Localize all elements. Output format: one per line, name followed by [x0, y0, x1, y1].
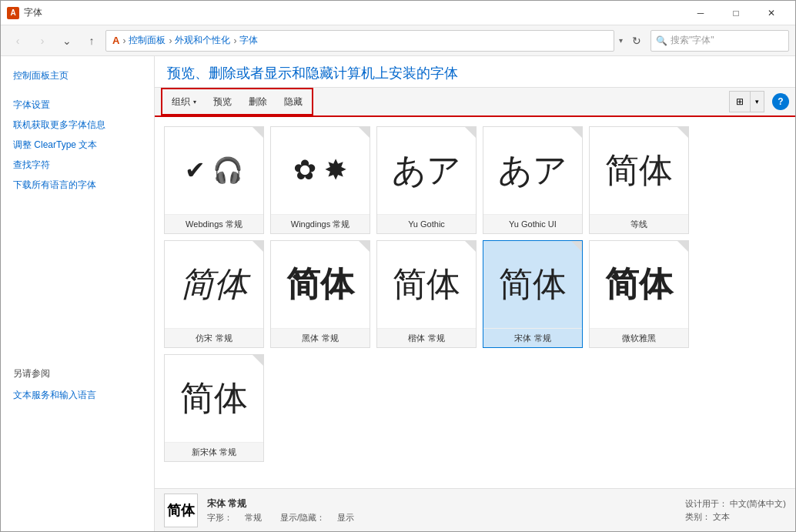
font-name-kaiti: 楷体 常规	[377, 329, 476, 347]
dropdown-chevron: ▾	[619, 36, 623, 45]
view-controls: ⊞ ▾	[729, 91, 764, 112]
preview-button[interactable]: 预览	[206, 91, 239, 112]
designed-for-row: 设计用于： 中文(简体中文)	[685, 498, 786, 510]
sidebar-item-cleartype[interactable]: 调整 ClearType 文本	[1, 135, 154, 155]
font-name-songti: 宋体 常规	[483, 329, 582, 347]
search-placeholder: 搜索"字体"	[671, 34, 714, 47]
breadcrumb[interactable]: A › 控制面板 › 外观和个性化 › 字体	[105, 30, 614, 52]
maximize-button[interactable]: □	[718, 1, 754, 25]
back-button[interactable]: ‹	[7, 30, 28, 52]
see-also-title: 另请参阅	[13, 367, 142, 380]
sidebar-item-text-services[interactable]: 文本服务和输入语言	[13, 385, 142, 405]
breadcrumb-sep: ›	[122, 35, 125, 46]
font-card-xinsongti[interactable]: 简体 新宋体 常规	[164, 354, 264, 462]
font-card-webdings[interactable]: ✔ 🎧 Webdings 常规	[164, 126, 264, 234]
font-card-heiti[interactable]: 简体 黑体 常规	[270, 240, 370, 348]
toolbar-outlined-group: 组织 ▾ 预览 删除 隐藏	[161, 88, 313, 115]
font-name-yugothic: Yu Gothic	[377, 215, 476, 233]
status-bar: 简体 宋体 常规 字形： 常规 显示/隐藏： 显示 设计用于： 中文(简体中文)	[155, 488, 795, 531]
minimize-button[interactable]: ─	[683, 1, 718, 25]
font-preview-dengtian: 简体	[590, 127, 688, 215]
app-window: A 字体 ─ □ ✕ ‹ › ⌄ ↑ A › 控制面板 › 外观和个性化 › 字…	[0, 0, 796, 532]
font-card-songti[interactable]: 简体 宋体 常规	[483, 240, 583, 348]
font-preview-yugothic-ui: あア	[483, 127, 582, 215]
designed-for-label: 设计用于：	[685, 499, 727, 508]
search-icon: 🔍	[656, 35, 667, 46]
breadcrumb-item-3[interactable]: 字体	[239, 34, 258, 47]
font-card-msyahei[interactable]: 简体 微软雅黑	[589, 240, 689, 348]
breadcrumb-item-2[interactable]: 外观和个性化	[175, 34, 230, 47]
up-button[interactable]: ↑	[81, 30, 102, 52]
sidebar-item-font-settings[interactable]: 字体设置	[1, 95, 154, 115]
view-dropdown-button[interactable]: ▾	[751, 91, 764, 112]
font-preview-yugothic: あア	[377, 127, 476, 215]
search-box[interactable]: 🔍 搜索"字体"	[651, 30, 789, 52]
page-title: 预览、删除或者显示和隐藏计算机上安装的字体	[155, 56, 795, 88]
font-grid: ✔ 🎧 Webdings 常规 ✿ ✸ Wingdings 常规	[155, 117, 795, 471]
content-area: 预览、删除或者显示和隐藏计算机上安装的字体 组织 ▾ 预览 删除 隐藏 ⊞	[155, 56, 795, 531]
font-preview-msyahei: 简体	[590, 241, 688, 329]
breadcrumb-sep: ›	[169, 35, 172, 46]
designed-for-value: 中文(简体中文)	[730, 499, 786, 508]
visibility-value: 显示	[337, 512, 354, 524]
app-icon: A	[7, 7, 19, 19]
refresh-button[interactable]: ↻	[626, 30, 647, 52]
window-title: 字体	[24, 6, 683, 19]
category-row: 类别： 文本	[685, 511, 786, 523]
status-font-name: 宋体 常规	[207, 497, 354, 510]
font-name-msyahei: 微软雅黑	[590, 329, 688, 347]
status-preview: 简体	[164, 494, 198, 527]
font-name-wingdings: Wingdings 常规	[271, 215, 370, 233]
font-name-yugothic-ui: Yu Gothic UI	[483, 215, 582, 233]
font-name-xinsongti: 新宋体 常规	[165, 443, 263, 461]
font-name-fangsong: 仿宋 常规	[165, 329, 263, 347]
font-preview-xinsongti: 简体	[165, 355, 263, 443]
sidebar-item-home[interactable]: 控制面板主页	[1, 65, 154, 85]
view-icon: ⊞	[736, 96, 744, 107]
view-button[interactable]: ⊞	[729, 91, 751, 112]
delete-button[interactable]: 删除	[241, 91, 275, 112]
font-card-yugothic-ui[interactable]: あア Yu Gothic UI	[483, 126, 583, 234]
font-preview-heiti: 简体	[271, 241, 370, 329]
font-card-yugothic[interactable]: あア Yu Gothic	[376, 126, 477, 234]
organize-button[interactable]: 组织 ▾	[164, 91, 204, 112]
breadcrumb-sep: ›	[233, 35, 236, 46]
breadcrumb-item-1[interactable]: 控制面板	[129, 34, 166, 47]
close-button[interactable]: ✕	[754, 1, 789, 25]
visibility-label: 显示/隐藏：	[280, 512, 325, 524]
sidebar-item-download-fonts[interactable]: 下载所有语言的字体	[1, 175, 154, 195]
status-right: 设计用于： 中文(简体中文) 类别： 文本	[685, 498, 786, 523]
hide-button[interactable]: 隐藏	[276, 91, 310, 112]
font-preview-webdings: ✔ 🎧	[165, 127, 263, 215]
font-card-wingdings[interactable]: ✿ ✸ Wingdings 常规	[270, 126, 370, 234]
breadcrumb-icon: A	[112, 35, 119, 46]
sidebar-see-also: 另请参阅 文本服务和输入语言	[1, 213, 154, 405]
font-preview-songti: 简体	[483, 241, 582, 329]
category-label: 类别：	[685, 512, 711, 521]
font-card-kaiti[interactable]: 简体 楷体 常规	[376, 240, 477, 348]
font-preview-fangsong: 简体	[165, 241, 263, 329]
font-grid-wrapper[interactable]: ✔ 🎧 Webdings 常规 ✿ ✸ Wingdings 常规	[155, 117, 795, 488]
style-label: 字形：	[207, 512, 232, 524]
style-value: 常规	[245, 512, 262, 524]
font-name-heiti: 黑体 常规	[271, 329, 370, 347]
font-card-fangsong[interactable]: 简体 仿宋 常规	[164, 240, 264, 348]
font-card-dengtian[interactable]: 简体 等线	[589, 126, 689, 234]
forward-button[interactable]: ›	[32, 30, 53, 52]
font-name-dengtian: 等线	[590, 215, 688, 233]
dropdown-button[interactable]: ⌄	[56, 30, 78, 52]
main-layout: 控制面板主页 字体设置 联机获取更多字体信息 调整 ClearType 文本 查…	[1, 56, 795, 531]
title-bar: A 字体 ─ □ ✕	[1, 1, 795, 25]
font-preview-kaiti: 简体	[377, 241, 476, 329]
status-meta-row1: 字形： 常规 显示/隐藏： 显示	[207, 512, 354, 524]
status-info: 宋体 常规 字形： 常规 显示/隐藏： 显示	[207, 497, 354, 524]
sidebar-item-get-more-fonts[interactable]: 联机获取更多字体信息	[1, 115, 154, 135]
font-name-webdings: Webdings 常规	[165, 215, 263, 233]
organize-chevron: ▾	[193, 99, 196, 105]
sidebar-item-find-char[interactable]: 查找字符	[1, 155, 154, 175]
address-bar: ‹ › ⌄ ↑ A › 控制面板 › 外观和个性化 › 字体 ▾ ↻ 🔍 搜索"…	[1, 25, 795, 56]
sidebar: 控制面板主页 字体设置 联机获取更多字体信息 调整 ClearType 文本 查…	[1, 56, 155, 531]
help-button[interactable]: ?	[772, 93, 789, 110]
toolbar: 组织 ▾ 预览 删除 隐藏 ⊞ ▾ ?	[155, 88, 795, 117]
category-value: 文本	[713, 512, 730, 521]
